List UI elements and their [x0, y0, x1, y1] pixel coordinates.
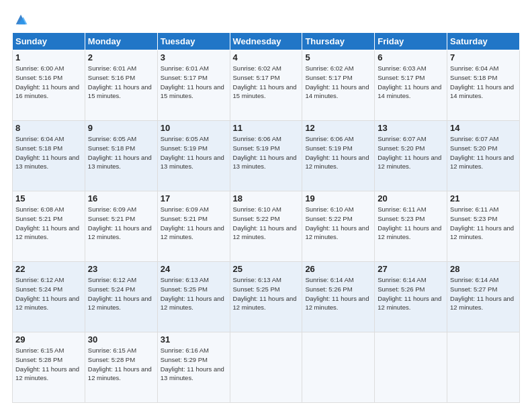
calendar-week-5: 29 Sunrise: 6:15 AMSunset: 5:28 PMDaylig… — [13, 332, 520, 403]
day-number: 1 — [15, 52, 82, 62]
calendar-day-11: 11 Sunrise: 6:06 AMSunset: 5:19 PMDaylig… — [230, 121, 302, 191]
day-number: 9 — [88, 123, 154, 133]
day-info: Sunrise: 6:14 AMSunset: 5:26 PMDaylight:… — [378, 276, 441, 311]
day-header-tuesday: Tuesday — [157, 33, 230, 50]
day-number: 12 — [305, 123, 371, 133]
logo-icon — [13, 12, 28, 27]
logo — [12, 12, 28, 27]
day-number: 8 — [15, 123, 82, 133]
calendar-day-27: 27 Sunrise: 6:14 AMSunset: 5:26 PMDaylig… — [375, 262, 447, 332]
calendar-day-24: 24 Sunrise: 6:13 AMSunset: 5:25 PMDaylig… — [157, 262, 230, 332]
calendar-day-12: 12 Sunrise: 6:06 AMSunset: 5:19 PMDaylig… — [302, 121, 375, 191]
day-info: Sunrise: 6:03 AMSunset: 5:17 PMDaylight:… — [378, 64, 441, 99]
calendar-day-18: 18 Sunrise: 6:10 AMSunset: 5:22 PMDaylig… — [230, 191, 302, 262]
day-info: Sunrise: 6:02 AMSunset: 5:17 PMDaylight:… — [233, 64, 297, 99]
day-info: Sunrise: 6:13 AMSunset: 5:25 PMDaylight:… — [233, 276, 297, 311]
day-number: 11 — [233, 123, 300, 133]
calendar-day-8: 8 Sunrise: 6:04 AMSunset: 5:18 PMDayligh… — [13, 121, 85, 191]
day-info: Sunrise: 6:07 AMSunset: 5:20 PMDaylight:… — [378, 135, 441, 170]
calendar-day-1: 1 Sunrise: 6:00 AMSunset: 5:16 PMDayligh… — [13, 50, 85, 121]
day-info: Sunrise: 6:15 AMSunset: 5:28 PMDaylight:… — [15, 347, 79, 381]
day-number: 20 — [378, 193, 444, 203]
day-header-thursday: Thursday — [302, 33, 375, 50]
calendar-day-9: 9 Sunrise: 6:05 AMSunset: 5:18 PMDayligh… — [85, 121, 157, 191]
calendar-empty — [302, 332, 375, 403]
calendar-day-3: 3 Sunrise: 6:01 AMSunset: 5:17 PMDayligh… — [157, 50, 230, 121]
day-number: 2 — [88, 52, 154, 62]
calendar-day-4: 4 Sunrise: 6:02 AMSunset: 5:17 PMDayligh… — [230, 50, 302, 121]
day-info: Sunrise: 6:06 AMSunset: 5:19 PMDaylight:… — [233, 135, 297, 170]
day-info: Sunrise: 6:01 AMSunset: 5:16 PMDaylight:… — [88, 64, 152, 99]
day-info: Sunrise: 6:10 AMSunset: 5:22 PMDaylight:… — [233, 205, 297, 240]
day-info: Sunrise: 6:06 AMSunset: 5:19 PMDaylight:… — [305, 135, 369, 170]
day-number: 24 — [161, 264, 227, 274]
calendar-day-15: 15 Sunrise: 6:08 AMSunset: 5:21 PMDaylig… — [13, 191, 85, 262]
calendar-day-5: 5 Sunrise: 6:02 AMSunset: 5:17 PMDayligh… — [302, 50, 375, 121]
day-info: Sunrise: 6:08 AMSunset: 5:21 PMDaylight:… — [15, 205, 79, 240]
day-number: 14 — [450, 123, 517, 133]
day-number: 26 — [305, 264, 371, 274]
calendar-day-16: 16 Sunrise: 6:09 AMSunset: 5:21 PMDaylig… — [85, 191, 157, 262]
day-info: Sunrise: 6:11 AMSunset: 5:23 PMDaylight:… — [450, 205, 514, 240]
day-number: 16 — [88, 193, 154, 203]
day-info: Sunrise: 6:09 AMSunset: 5:21 PMDaylight:… — [88, 205, 152, 240]
day-number: 28 — [450, 264, 517, 274]
day-number: 23 — [88, 264, 154, 274]
day-info: Sunrise: 6:00 AMSunset: 5:16 PMDaylight:… — [15, 64, 79, 99]
day-info: Sunrise: 6:14 AMSunset: 5:26 PMDaylight:… — [305, 276, 369, 311]
day-info: Sunrise: 6:12 AMSunset: 5:24 PMDaylight:… — [15, 276, 79, 311]
calendar-empty — [375, 332, 447, 403]
calendar-day-13: 13 Sunrise: 6:07 AMSunset: 5:20 PMDaylig… — [375, 121, 447, 191]
day-info: Sunrise: 6:04 AMSunset: 5:18 PMDaylight:… — [450, 64, 514, 99]
calendar-week-4: 22 Sunrise: 6:12 AMSunset: 5:24 PMDaylig… — [13, 262, 520, 332]
day-number: 19 — [305, 193, 371, 203]
calendar-week-1: 1 Sunrise: 6:00 AMSunset: 5:16 PMDayligh… — [13, 50, 520, 121]
calendar-empty — [447, 332, 520, 403]
day-info: Sunrise: 6:02 AMSunset: 5:17 PMDaylight:… — [305, 64, 369, 99]
header — [12, 12, 520, 27]
calendar-day-20: 20 Sunrise: 6:11 AMSunset: 5:23 PMDaylig… — [375, 191, 447, 262]
calendar-table: SundayMondayTuesdayWednesdayThursdayFrid… — [12, 32, 520, 403]
day-number: 29 — [15, 334, 82, 345]
day-info: Sunrise: 6:01 AMSunset: 5:17 PMDaylight:… — [161, 64, 224, 99]
day-number: 25 — [233, 264, 300, 274]
day-header-monday: Monday — [85, 33, 157, 50]
calendar-day-21: 21 Sunrise: 6:11 AMSunset: 5:23 PMDaylig… — [447, 191, 520, 262]
day-info: Sunrise: 6:05 AMSunset: 5:19 PMDaylight:… — [161, 135, 224, 170]
day-info: Sunrise: 6:11 AMSunset: 5:23 PMDaylight:… — [378, 205, 441, 240]
day-info: Sunrise: 6:07 AMSunset: 5:20 PMDaylight:… — [450, 135, 514, 170]
day-header-wednesday: Wednesday — [230, 33, 302, 50]
day-number: 21 — [450, 193, 517, 203]
day-info: Sunrise: 6:12 AMSunset: 5:24 PMDaylight:… — [88, 276, 152, 311]
day-number: 3 — [161, 52, 227, 62]
day-number: 27 — [378, 264, 444, 274]
day-number: 22 — [15, 264, 82, 274]
calendar-header-row: SundayMondayTuesdayWednesdayThursdayFrid… — [13, 33, 520, 50]
page: SundayMondayTuesdayWednesdayThursdayFrid… — [0, 0, 532, 411]
calendar-day-19: 19 Sunrise: 6:10 AMSunset: 5:22 PMDaylig… — [302, 191, 375, 262]
day-number: 17 — [161, 193, 227, 203]
calendar-week-3: 15 Sunrise: 6:08 AMSunset: 5:21 PMDaylig… — [13, 191, 520, 262]
day-number: 18 — [233, 193, 300, 203]
calendar-day-30: 30 Sunrise: 6:15 AMSunset: 5:28 PMDaylig… — [85, 332, 157, 403]
day-info: Sunrise: 6:10 AMSunset: 5:22 PMDaylight:… — [305, 205, 369, 240]
calendar-week-2: 8 Sunrise: 6:04 AMSunset: 5:18 PMDayligh… — [13, 121, 520, 191]
day-number: 13 — [378, 123, 444, 133]
calendar-day-26: 26 Sunrise: 6:14 AMSunset: 5:26 PMDaylig… — [302, 262, 375, 332]
day-info: Sunrise: 6:04 AMSunset: 5:18 PMDaylight:… — [15, 135, 79, 170]
day-number: 30 — [88, 334, 154, 345]
day-info: Sunrise: 6:09 AMSunset: 5:21 PMDaylight:… — [161, 205, 224, 240]
calendar-day-23: 23 Sunrise: 6:12 AMSunset: 5:24 PMDaylig… — [85, 262, 157, 332]
day-number: 6 — [378, 52, 444, 62]
calendar-day-14: 14 Sunrise: 6:07 AMSunset: 5:20 PMDaylig… — [447, 121, 520, 191]
calendar-day-7: 7 Sunrise: 6:04 AMSunset: 5:18 PMDayligh… — [447, 50, 520, 121]
calendar-day-25: 25 Sunrise: 6:13 AMSunset: 5:25 PMDaylig… — [230, 262, 302, 332]
calendar-day-2: 2 Sunrise: 6:01 AMSunset: 5:16 PMDayligh… — [85, 50, 157, 121]
calendar-day-10: 10 Sunrise: 6:05 AMSunset: 5:19 PMDaylig… — [157, 121, 230, 191]
day-info: Sunrise: 6:14 AMSunset: 5:27 PMDaylight:… — [450, 276, 514, 311]
calendar-day-28: 28 Sunrise: 6:14 AMSunset: 5:27 PMDaylig… — [447, 262, 520, 332]
day-info: Sunrise: 6:13 AMSunset: 5:25 PMDaylight:… — [161, 276, 224, 311]
day-info: Sunrise: 6:16 AMSunset: 5:29 PMDaylight:… — [161, 347, 224, 381]
day-number: 31 — [161, 334, 227, 345]
day-number: 4 — [233, 52, 300, 62]
